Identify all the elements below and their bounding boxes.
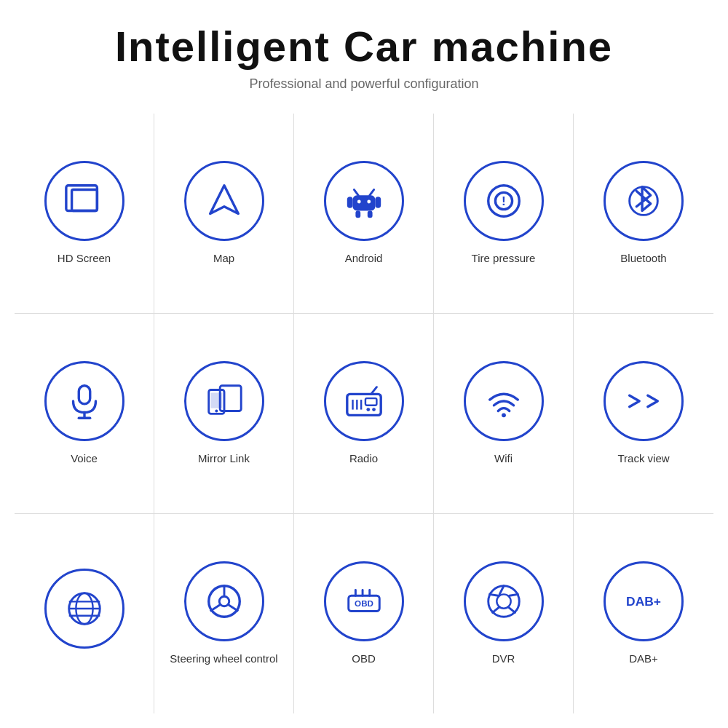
dvr-icon	[483, 580, 525, 622]
track-view-icon	[622, 380, 665, 422]
bluetooth-label: Bluetooth	[620, 251, 666, 266]
voice-label: Voice	[71, 451, 98, 466]
bluetooth-icon-circle	[604, 161, 684, 241]
radio-icon	[343, 380, 385, 422]
mirror-link-icon-circle	[184, 361, 264, 441]
cell-hd-screen: HD Screen	[15, 114, 154, 314]
steering-wheel-label: Steering wheel control	[170, 652, 277, 666]
android-icon-circle	[324, 161, 404, 241]
svg-rect-10	[347, 197, 352, 207]
dab-label: DAB+	[629, 652, 658, 666]
globe-icon	[63, 587, 106, 630]
cell-dab: DAB+ DAB+	[574, 514, 713, 713]
radio-label: Radio	[349, 451, 378, 466]
voice-icon-circle	[44, 361, 124, 441]
svg-rect-16	[79, 386, 90, 404]
track-view-label: Track view	[617, 451, 669, 466]
map-icon-circle	[184, 161, 264, 241]
android-label: Android	[345, 251, 383, 266]
steering-wheel-icon-circle	[184, 561, 264, 641]
svg-text:!: !	[502, 194, 506, 208]
track-view-icon-circle	[604, 361, 684, 441]
tire-pressure-icon-circle: !	[464, 161, 544, 241]
svg-rect-8	[355, 211, 360, 218]
dab-icon: DAB+	[622, 580, 665, 622]
mirror-link-icon	[203, 380, 245, 422]
svg-point-29	[372, 408, 376, 411]
cell-dvr: DVR	[434, 514, 574, 713]
cell-obd: OBD OBD	[294, 514, 434, 713]
wifi-icon	[483, 380, 525, 422]
map-icon	[203, 180, 245, 222]
page: Intelligent Car machine Professional and…	[0, 0, 728, 728]
svg-line-52	[492, 607, 499, 613]
cell-steering-wheel: Steering wheel control	[154, 514, 294, 713]
obd-icon: OBD	[343, 580, 385, 622]
android-icon	[343, 180, 385, 222]
map-label: Map	[213, 251, 234, 266]
cell-map: Map	[154, 114, 294, 314]
svg-rect-1	[71, 190, 97, 211]
svg-text:OBD: OBD	[355, 598, 373, 608]
svg-point-38	[219, 596, 229, 606]
svg-point-5	[367, 200, 371, 204]
svg-point-28	[366, 408, 370, 411]
cell-voice: Voice	[15, 314, 154, 514]
dvr-label: DVR	[492, 652, 515, 666]
hd-screen-icon-circle	[44, 161, 124, 241]
svg-line-51	[507, 607, 515, 613]
obd-icon-circle: OBD	[324, 561, 404, 641]
wifi-icon-circle	[464, 361, 544, 441]
wifi-label: Wifi	[494, 451, 513, 466]
cell-bluetooth: Bluetooth	[574, 114, 713, 314]
svg-rect-21	[210, 393, 221, 408]
svg-point-31	[502, 414, 506, 418]
page-title: Intelligent Car machine	[115, 22, 613, 71]
mirror-link-label: Mirror Link	[198, 451, 250, 466]
tire-pressure-label: Tire pressure	[472, 251, 536, 266]
cell-globe	[15, 514, 154, 713]
features-grid: HD Screen Map	[15, 114, 713, 713]
svg-point-22	[215, 410, 218, 413]
svg-marker-2	[210, 186, 238, 214]
svg-line-53	[489, 595, 498, 596]
radio-icon-circle	[324, 361, 404, 441]
svg-rect-27	[365, 398, 376, 405]
hd-screen-icon	[63, 180, 106, 222]
globe-icon-circle	[44, 569, 124, 649]
obd-label: OBD	[352, 652, 376, 666]
voice-icon	[63, 380, 106, 422]
cell-mirror-link: Mirror Link	[154, 314, 294, 514]
steering-wheel-icon	[203, 580, 245, 622]
page-subtitle: Professional and powerful configuration	[249, 76, 478, 92]
cell-tire-pressure: ! Tire pressure	[434, 114, 574, 314]
hd-screen-label: HD Screen	[58, 251, 111, 266]
cell-radio: Radio	[294, 314, 434, 514]
svg-rect-3	[352, 196, 375, 211]
bluetooth-icon	[622, 180, 665, 222]
cell-track-view: Track view	[574, 314, 713, 514]
svg-line-50	[509, 595, 518, 596]
svg-line-7	[369, 190, 373, 196]
svg-text:DAB+: DAB+	[626, 594, 661, 609]
cell-android: Android	[294, 114, 434, 314]
dvr-icon-circle	[464, 561, 544, 641]
svg-rect-9	[367, 211, 372, 218]
svg-line-6	[354, 190, 358, 196]
cell-wifi: Wifi	[434, 314, 574, 514]
tire-pressure-icon: !	[483, 180, 525, 222]
svg-rect-11	[375, 197, 381, 207]
svg-point-4	[357, 200, 360, 204]
dab-icon-circle: DAB+	[604, 561, 684, 641]
